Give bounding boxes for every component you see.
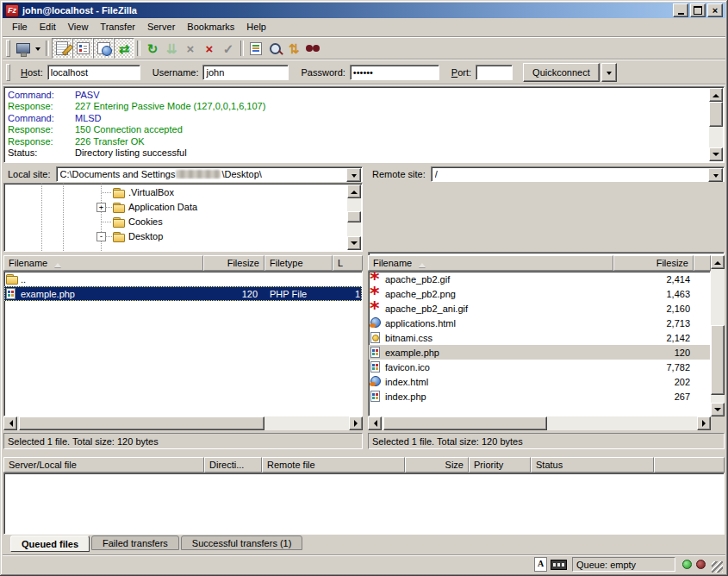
toolbar-refresh-button[interactable]: ↻ bbox=[143, 39, 162, 58]
remote-file-row[interactable]: bitnami.css2,142 bbox=[369, 330, 710, 345]
username-input[interactable] bbox=[202, 65, 289, 80]
toolbar-process-queue-button[interactable]: ⇊ bbox=[162, 39, 181, 58]
tree-item-application-data[interactable]: + Application Data bbox=[4, 200, 362, 215]
scroll-left-button[interactable] bbox=[368, 416, 382, 430]
toolbar-disconnect-button[interactable]: × bbox=[200, 39, 219, 58]
tree-item-cookies[interactable]: Cookies bbox=[4, 215, 362, 229]
remote-list-scrollbar[interactable] bbox=[711, 255, 725, 416]
host-input[interactable] bbox=[47, 65, 140, 80]
menu-transfer[interactable]: Transfer bbox=[94, 20, 141, 34]
remote-file-row[interactable]: apache_pb2_ani.gif2,160 bbox=[369, 301, 710, 316]
scroll-right-button[interactable] bbox=[697, 416, 711, 430]
column-header-filename[interactable]: Filename bbox=[3, 255, 203, 271]
scroll-up-button[interactable] bbox=[347, 185, 361, 198]
toolbar-toggle-queue-button[interactable]: ⇄ bbox=[114, 38, 134, 59]
scroll-up-button[interactable] bbox=[709, 88, 723, 102]
remote-list-hscrollbar[interactable] bbox=[368, 416, 711, 430]
toolbar-toggle-local-tree-button[interactable] bbox=[72, 38, 93, 59]
log-line: Status:Directory listing successful bbox=[5, 147, 709, 159]
menu-view[interactable]: View bbox=[62, 20, 95, 34]
close-button[interactable]: × bbox=[707, 3, 723, 17]
menu-bookmarks[interactable]: Bookmarks bbox=[181, 20, 240, 34]
toolbar-site-manager-dropdown[interactable] bbox=[33, 39, 43, 58]
toolbar-site-manager-button[interactable] bbox=[14, 39, 33, 58]
local-file-row-selected[interactable]: example.php 120 PHP File 1 bbox=[4, 286, 362, 301]
tree-item-virtualbox[interactable]: .VirtualBox bbox=[4, 185, 362, 200]
column-header-server-local-file[interactable]: Server/Local file bbox=[3, 457, 204, 473]
remote-file-row[interactable]: index.php267 bbox=[369, 389, 710, 404]
scroll-down-button[interactable] bbox=[709, 147, 723, 161]
resize-grip[interactable] bbox=[712, 561, 723, 573]
column-header-direction[interactable]: Directi... bbox=[204, 457, 262, 473]
local-tree-scrollbar[interactable] bbox=[347, 185, 361, 250]
scrollbar-thumb[interactable] bbox=[709, 102, 723, 127]
port-input[interactable] bbox=[476, 65, 513, 80]
column-header-size[interactable]: Size bbox=[405, 457, 469, 473]
maximize-button[interactable] bbox=[690, 3, 706, 17]
toolbar-find-files-button[interactable] bbox=[303, 39, 322, 58]
refresh-icon: ↻ bbox=[147, 42, 159, 55]
file-type: PHP File bbox=[264, 289, 333, 299]
toolbar-file-search-button[interactable] bbox=[265, 39, 284, 58]
local-path: C:\Documents and Settings\Desktop\ bbox=[60, 169, 362, 179]
scroll-down-button[interactable] bbox=[711, 403, 725, 416]
file-search-icon bbox=[270, 43, 281, 54]
scroll-right-button[interactable] bbox=[349, 416, 363, 430]
toolbar-gripper[interactable] bbox=[6, 40, 10, 57]
remote-file-row[interactable]: apache_pb2.gif2,414 bbox=[369, 272, 710, 286]
column-header-last-modified[interactable]: L bbox=[333, 255, 363, 271]
tree-item-desktop[interactable]: - Desktop bbox=[4, 229, 362, 244]
column-header-filesize[interactable]: Filesize bbox=[613, 255, 694, 271]
remote-site-combo[interactable]: / bbox=[431, 166, 725, 182]
toolbar-toggle-message-log-button[interactable] bbox=[52, 38, 72, 59]
tab-successful-transfers[interactable]: Successful transfers (1) bbox=[181, 535, 303, 550]
toolbar-toggle-remote-tree-button[interactable] bbox=[93, 38, 114, 59]
menu-help[interactable]: Help bbox=[240, 20, 272, 34]
local-site-combo-dropdown[interactable] bbox=[346, 168, 361, 182]
quickconnect-dropdown[interactable] bbox=[601, 63, 617, 82]
local-site-combo[interactable]: C:\Documents and Settings\Desktop\ bbox=[56, 166, 363, 182]
menu-file[interactable]: File bbox=[6, 20, 34, 34]
minimize-button[interactable] bbox=[673, 3, 688, 17]
local-file-list: .. example.php 120 PHP File 1 bbox=[3, 271, 363, 416]
toolbar-synchronized-browsing-button[interactable]: ⇅ bbox=[284, 39, 303, 58]
column-header-filesize[interactable]: Filesize bbox=[203, 255, 264, 271]
speed-limits-icon[interactable] bbox=[551, 560, 567, 570]
remote-file-row[interactable]: apache_pb2.png1,463 bbox=[369, 286, 710, 301]
toolbar-directory-filters-button[interactable] bbox=[246, 39, 265, 58]
remote-file-row[interactable]: favicon.ico7,782 bbox=[369, 360, 710, 374]
scroll-left-button[interactable] bbox=[3, 416, 17, 430]
scroll-up-button[interactable] bbox=[711, 255, 725, 269]
local-file-row[interactable]: .. bbox=[4, 272, 362, 286]
quickconnect-button[interactable]: Quickconnect bbox=[523, 63, 600, 82]
scroll-down-button[interactable] bbox=[347, 236, 361, 250]
scrollbar-thumb[interactable] bbox=[19, 416, 264, 430]
remote-file-row-selected[interactable]: example.php120 bbox=[369, 345, 710, 360]
tab-failed-transfers[interactable]: Failed transfers bbox=[91, 535, 179, 550]
toolbar-cancel-button[interactable]: × bbox=[181, 39, 200, 58]
column-header-priority[interactable]: Priority bbox=[469, 457, 531, 473]
file-size: 120 bbox=[203, 289, 264, 299]
scrollbar-thumb[interactable] bbox=[383, 416, 547, 430]
remote-file-row[interactable]: applications.html2,713 bbox=[369, 316, 710, 330]
scrollbar-thumb[interactable] bbox=[711, 325, 725, 395]
menu-server[interactable]: Server bbox=[141, 20, 181, 34]
quickconnect-gripper[interactable] bbox=[6, 64, 10, 81]
php-file-icon bbox=[370, 391, 383, 403]
column-header-remote-file[interactable]: Remote file bbox=[262, 457, 405, 473]
menu-edit[interactable]: Edit bbox=[34, 20, 62, 34]
log-scrollbar[interactable] bbox=[709, 88, 723, 161]
transfer-queue-list[interactable] bbox=[3, 473, 725, 535]
title-bar[interactable]: Fz john@localhost - FileZilla × bbox=[3, 3, 725, 18]
scrollbar-thumb[interactable] bbox=[347, 211, 361, 222]
password-input[interactable] bbox=[350, 65, 439, 80]
column-header-status[interactable]: Status bbox=[531, 457, 654, 473]
remote-file-row[interactable]: index.html202 bbox=[369, 374, 710, 389]
column-header-filetype[interactable]: Filetype bbox=[264, 255, 333, 271]
quickconnect-bar: Host: Username: Password: Port: Quickcon… bbox=[3, 61, 725, 84]
column-header-filename[interactable]: Filename bbox=[368, 255, 613, 271]
toolbar-reconnect-button[interactable]: ✓ bbox=[219, 39, 238, 58]
local-list-hscrollbar[interactable] bbox=[3, 416, 363, 430]
remote-site-combo-dropdown[interactable] bbox=[708, 168, 723, 182]
tab-queued-files[interactable]: Queued files bbox=[10, 535, 90, 552]
